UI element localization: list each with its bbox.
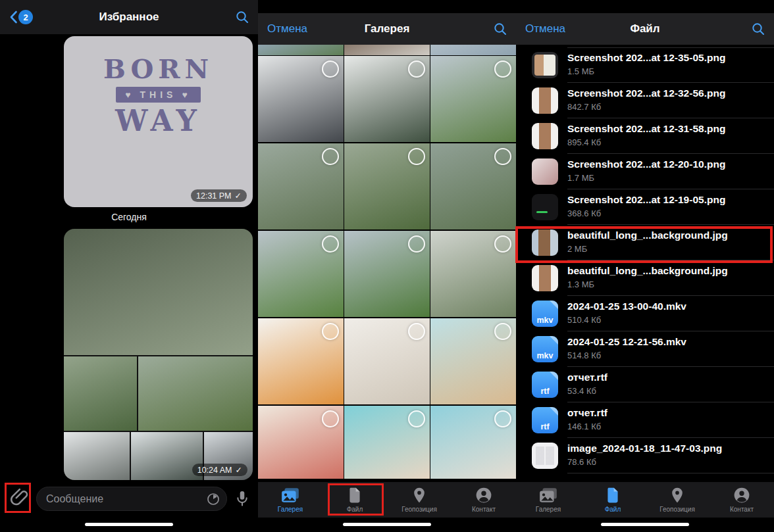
white-kitten-photo[interactable] xyxy=(344,318,430,404)
tab-label: Файл xyxy=(605,506,621,513)
file-row[interactable]: beautiful_long_...background.jpg2 МБ xyxy=(516,225,774,260)
tab-gallery[interactable]: Галерея xyxy=(516,482,580,518)
contact-icon xyxy=(474,487,494,504)
family-dog-bench-lake-photo[interactable] xyxy=(258,143,344,230)
tab-file[interactable]: Файл xyxy=(580,482,645,518)
family-on-fence-photo[interactable] xyxy=(344,143,430,230)
attachment-tab-bar: ГалереяФайлГеопозицияКонтакт xyxy=(516,482,774,518)
selection-circle xyxy=(408,410,425,427)
tab-contact[interactable]: Контакт xyxy=(710,482,774,518)
file-row[interactable]: rtfотчет.rtf53.4 Кб xyxy=(516,367,774,402)
file-row[interactable]: Screenshot 202...at 12-20-10.png1.7 МБ xyxy=(516,154,774,189)
family-picnic-lake-photo[interactable] xyxy=(64,229,253,355)
photo-strip-1[interactable] xyxy=(258,45,344,55)
family-corgi-field-photo[interactable] xyxy=(344,231,430,317)
sticker-message-bubble[interactable]: BORN ♥ THIS ♥ WAY 12:31 PM ✓ xyxy=(64,36,253,207)
home-indicator[interactable] xyxy=(85,523,173,526)
message-time-badge: 10:24 AM ✓ xyxy=(192,464,247,476)
file-row[interactable]: Screenshot 202...at 12-35-05.png1.5 МБ xyxy=(516,47,774,83)
selection-circle xyxy=(494,323,511,340)
family-kiss-closeup-photo[interactable] xyxy=(430,231,516,317)
search-icon[interactable] xyxy=(750,21,766,37)
family-eating-lake-photo[interactable] xyxy=(430,143,516,230)
sent-check-icon: ✓ xyxy=(236,465,242,475)
attach-paperclip-icon[interactable] xyxy=(8,485,30,512)
artwork-word-bottom: WAY xyxy=(115,104,201,137)
file-thumbnail xyxy=(532,52,558,78)
file-thumbnail xyxy=(532,158,558,185)
selection-circle xyxy=(494,235,511,253)
wedding-couple-snow-photo[interactable] xyxy=(258,56,344,142)
couple-kissing-snow-tree-photo[interactable] xyxy=(344,56,430,142)
file-size: 1.7 МБ xyxy=(567,173,594,183)
file-row[interactable]: image_2024-01-18_11-47-03.png78.6 Кб xyxy=(516,438,774,473)
file-size: 895.4 Кб xyxy=(567,137,601,147)
photo-strip-2[interactable] xyxy=(344,45,430,55)
mkv-file-icon: mkv xyxy=(532,336,558,362)
microphone-icon[interactable] xyxy=(233,489,251,509)
tab-location[interactable]: Геопозиция xyxy=(645,482,710,518)
message-time: 12:31 PM xyxy=(196,191,232,201)
family-watermelon-beach-photo[interactable] xyxy=(258,406,344,479)
date-separator: Сегодня xyxy=(0,212,258,222)
message-input[interactable] xyxy=(36,487,227,511)
chat-title: Избранное xyxy=(0,0,258,34)
file-size: 53.4 Кб xyxy=(567,386,596,396)
file-size: 514.8 Кб xyxy=(567,351,601,360)
file-row[interactable]: mkv2024-01-25 13-00-40.mkv510.4 Кб xyxy=(516,296,774,331)
attachment-tab-bar: ГалереяФайлГеопозицияКонтакт xyxy=(258,482,516,518)
file-size: 146.1 Кб xyxy=(567,422,601,431)
heart-glyph: ♥ xyxy=(182,89,191,100)
file-row[interactable]: rtfотчет.rtf146.1 Кб xyxy=(516,402,774,438)
winter-wedding-photo-1[interactable] xyxy=(64,432,130,480)
artwork-word-mid: THIS xyxy=(140,89,177,100)
file-size: 78.6 Кб xyxy=(567,457,596,467)
file-row[interactable]: Screenshot 202...at 12-19-05.png368.6 Кб xyxy=(516,189,774,225)
orange-kitten-photo[interactable] xyxy=(258,318,344,404)
tab-location[interactable]: Геопозиция xyxy=(387,482,452,518)
file-name: отчет.rtf xyxy=(567,407,769,419)
home-indicator[interactable] xyxy=(343,523,431,526)
tab-file[interactable]: Файл xyxy=(322,482,387,518)
family-corgi-field-wide-photo[interactable] xyxy=(258,231,344,317)
gallery-icon xyxy=(280,487,300,504)
file-ext-label: mkv xyxy=(532,316,558,325)
selection-circle xyxy=(408,60,425,78)
file-row[interactable]: beautiful_long_...background.jpg1.3 МБ xyxy=(516,260,774,296)
file-name: Screenshot 202...at 12-19-05.png xyxy=(567,194,769,206)
tab-contact[interactable]: Контакт xyxy=(452,482,516,518)
album-message-bubble[interactable]: 10:24 AM ✓ xyxy=(64,229,253,480)
winter-wedding-photo-2[interactable] xyxy=(131,432,203,480)
family-bench-dog-photo[interactable] xyxy=(138,356,253,431)
home-indicator[interactable] xyxy=(601,523,689,526)
family-corgi-grass-photo[interactable] xyxy=(430,56,516,142)
cancel-button[interactable]: Отмена xyxy=(267,13,307,45)
family-beach-bucket-photo[interactable] xyxy=(430,318,516,404)
selection-circle xyxy=(494,410,511,427)
gallery-navbar: Отмена Галерея xyxy=(258,13,516,45)
file-row[interactable]: Screenshot 202...at 12-31-58.png895.4 Кб xyxy=(516,118,774,154)
search-icon[interactable] xyxy=(492,21,508,37)
tab-gallery[interactable]: Галерея xyxy=(258,482,322,518)
cancel-button[interactable]: Отмена xyxy=(525,13,565,45)
back-button[interactable]: 2 xyxy=(7,9,33,25)
selection-circle xyxy=(322,235,339,253)
contact-icon xyxy=(732,487,752,504)
family-beach-turquoise-photo[interactable] xyxy=(344,406,430,479)
gallery-picker-panel: Отмена Галерея ГалереяФайлГеопозицияКонт… xyxy=(258,0,516,532)
family-beach-walk-photo[interactable] xyxy=(430,406,516,479)
file-row[interactable]: mkv2024-01-25 12-21-56.mkv514.8 Кб xyxy=(516,331,774,367)
timer-icon[interactable] xyxy=(205,491,221,507)
file-thumbnail xyxy=(532,194,558,220)
photo-strip-3[interactable] xyxy=(430,45,516,55)
search-icon[interactable] xyxy=(234,9,250,25)
file-name: отчет.rtf xyxy=(567,372,769,383)
file-thumbnail xyxy=(532,443,558,469)
tab-label: Контакт xyxy=(730,506,754,513)
file-picker-panel: Отмена Файл Screenshot 202...at 12-35-05… xyxy=(516,0,774,532)
family-fence-photo[interactable] xyxy=(64,356,137,431)
file-thumbnail xyxy=(532,123,558,149)
heart-glyph: ♥ xyxy=(125,89,134,100)
file-row[interactable]: Screenshot 202...at 12-32-56.png842.7 Кб xyxy=(516,83,774,118)
rtf-file-icon: rtf xyxy=(532,372,558,398)
